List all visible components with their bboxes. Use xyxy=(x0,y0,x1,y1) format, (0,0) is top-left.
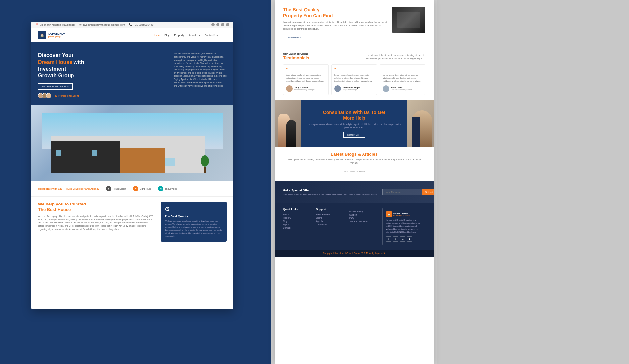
curated-quality-card: ⚙ The Best Quality We have extensive kno… xyxy=(161,202,227,242)
fb-icon[interactable] xyxy=(211,23,215,26)
testimonial-card-1: " Lorem ipsum dolor sit amet, consectetu… xyxy=(283,64,329,95)
footer-logo-desc: Investment Growth Group is a real estate… xyxy=(386,219,422,234)
footer-privacy: Privacy Policy Support FAQ Terms & Condi… xyxy=(349,208,377,245)
footer-consultation[interactable]: Consultation xyxy=(316,223,344,226)
contact-us-button[interactable]: Contact Us → xyxy=(343,132,365,138)
hero-title: Discover Your Dream House with Investmen… xyxy=(38,52,169,79)
footer-support-link[interactable]: Support xyxy=(349,214,377,216)
partners-text: Collaborate with 120+ House Developer an… xyxy=(38,187,99,190)
best-quality-section: The Best Quality Property You Can Find L… xyxy=(275,0,434,47)
nav-blog[interactable]: Blog xyxy=(164,34,169,37)
phone-icon: 📞 xyxy=(129,23,132,26)
social-icons-topbar xyxy=(211,23,229,26)
hamburger-menu[interactable] xyxy=(222,34,227,37)
subscribe-button[interactable]: Subscribe xyxy=(422,189,434,195)
footer-link-property[interactable]: Property xyxy=(283,217,311,219)
footer-link-blog[interactable]: Blog xyxy=(283,220,311,222)
nav-contact[interactable]: Contact Us xyxy=(204,34,218,37)
quality-title: The Best Quality xyxy=(165,215,223,218)
footer-terms[interactable]: Terms & Conditions xyxy=(349,220,377,223)
footer-logo-col: 🏠 INVESTMENT GROWTH GROUP Investment Gro… xyxy=(382,208,425,245)
testimonial-author-3: Eline Claes General Interior Specialist xyxy=(383,85,422,92)
offer-message-input[interactable] xyxy=(382,189,422,195)
footer-logo-box: 🏠 INVESTMENT GROWTH GROUP Investment Gro… xyxy=(382,208,425,245)
find-home-button[interactable]: Find Your Dream Home → xyxy=(38,83,73,90)
testimonial-author-1: Judy Coleman Rental Property Manager xyxy=(286,85,326,92)
testimonials-header: Our Satisfied Client Testimonials Lorem … xyxy=(283,52,425,60)
phone-item: 📞 +91-8368038440 xyxy=(129,23,154,26)
testimonial-author-2: Alexander Engel Property Manager xyxy=(334,85,374,92)
author-name-3: Eline Claes xyxy=(391,86,412,89)
hero-left: Discover Your Dream House with Investmen… xyxy=(38,52,169,98)
footer-logo-icon: 🏠 xyxy=(386,211,392,217)
footer-yt-icon[interactable]: ▶ xyxy=(407,236,412,242)
property-image-bg xyxy=(31,105,233,181)
blogs-description: Lorem ipsum dolor sit amet, consectetur … xyxy=(283,158,425,165)
lighthouse-icon: ✦ xyxy=(133,186,138,191)
hero-agents: +52 Professional Agent xyxy=(38,93,169,98)
testimonial-text-3: Lorem ipsum dolor sit amet, consectetur … xyxy=(383,74,422,83)
tw-icon[interactable] xyxy=(216,23,219,26)
property-image xyxy=(31,105,233,181)
offer-title: Get a Special Offer xyxy=(283,189,377,192)
footer-privacy-policy[interactable]: Privacy Policy xyxy=(349,210,377,213)
author-role-3: General Interior Specialist xyxy=(391,89,412,91)
site-panel-left: 📍 Siddharth Niketan, Kaushambi ✉ investm… xyxy=(31,22,233,309)
curated-left: We help you to Curated The Best House We… xyxy=(38,202,154,242)
testimonials-title: Testimonials xyxy=(283,55,309,60)
hero-section: Discover Your Dream House with Investmen… xyxy=(31,42,233,105)
footer-link-agent[interactable]: Agent xyxy=(283,223,311,226)
footer-tw-icon[interactable]: t xyxy=(393,236,398,242)
offer-text: Get a Special Offer Lorem ipsum dolor si… xyxy=(283,189,377,196)
author-avatar-1 xyxy=(286,85,293,92)
quote-icon-2: " xyxy=(334,67,374,72)
consult-description: Lorem ipsum dolor sit amet, consectetur … xyxy=(306,123,402,129)
footer-faq[interactable]: FAQ xyxy=(349,217,377,219)
site-nav: 🏠 INVESTMENT growth group Home Blog Prop… xyxy=(31,28,233,42)
address-item: 📍 Siddharth Niketan, Kaushambi xyxy=(35,23,75,26)
footer-link-about[interactable]: About xyxy=(283,213,311,216)
author-avatar-3 xyxy=(383,85,389,92)
consult-main: Consultation With Us To Get More Help Lo… xyxy=(301,100,407,147)
quality-icon: ⚙ xyxy=(165,205,223,213)
bg-grey-right xyxy=(437,0,629,364)
quality-text: We have extensive knowledge about the de… xyxy=(165,220,223,238)
testimonial-text-1: Lorem ipsum dolor sit amet, consectetur … xyxy=(286,74,326,83)
footer-logo-title: 🏠 INVESTMENT GROWTH GROUP xyxy=(386,211,422,217)
offer-description: Lorem ipsum dolor sit amet, consectetur … xyxy=(283,193,377,196)
nav-property[interactable]: Property xyxy=(174,34,184,37)
avatar-3 xyxy=(46,93,51,98)
yt-icon[interactable] xyxy=(221,23,224,26)
bq-description: Lorem ipsum dolor sit amet, consectetur … xyxy=(283,21,387,31)
footer-agents[interactable]: Agents xyxy=(316,220,344,222)
footer-press[interactable]: Press Release xyxy=(316,213,344,216)
consult-right-image xyxy=(407,100,434,147)
footer-fb-icon[interactable]: f xyxy=(386,236,391,242)
partners-section: Collaborate with 120+ House Developer an… xyxy=(31,181,233,197)
nav-home[interactable]: Home xyxy=(153,34,160,37)
quote-icon-1: " xyxy=(286,67,326,72)
house-illustration xyxy=(42,113,223,173)
in-icon[interactable] xyxy=(226,23,229,26)
author-avatar-2 xyxy=(334,85,341,92)
footer-link-contact[interactable]: Contact xyxy=(283,227,311,229)
agent-count: +52 Professional Agent xyxy=(53,95,79,97)
nav-about[interactable]: About Us xyxy=(189,34,200,37)
nav-links: Home Blog Property About Us Contact Us xyxy=(153,34,218,37)
footer-listing[interactable]: Listing xyxy=(316,217,344,219)
location-icon: 📍 xyxy=(35,23,39,26)
logo-icon: 🏠 xyxy=(38,31,46,39)
logo-text: INVESTMENT growth group xyxy=(48,33,65,38)
email-icon: ✉ xyxy=(79,23,82,26)
footer-in-icon[interactable]: in xyxy=(400,236,405,242)
phone-text: +91-8368038440 xyxy=(133,23,154,26)
hero-highlight: Dream House xyxy=(38,59,72,65)
partner-develop: ❋ TheDevelop xyxy=(158,186,177,191)
learn-more-button[interactable]: Learn More → xyxy=(283,35,305,40)
testimonial-card-3: " Lorem ipsum dolor sit amet, consectetu… xyxy=(380,64,425,95)
author-name-2: Alexander Engel xyxy=(343,86,360,89)
hero-title-company: InvestmentGrowth Group xyxy=(38,66,74,79)
footer-quick-links: Quick Links About Property Blog Agent Co… xyxy=(283,208,311,245)
hero-description: At Investment Growth Group, we will ensu… xyxy=(174,52,227,98)
site-topbar: 📍 Siddharth Niketan, Kaushambi ✉ investm… xyxy=(31,22,233,28)
